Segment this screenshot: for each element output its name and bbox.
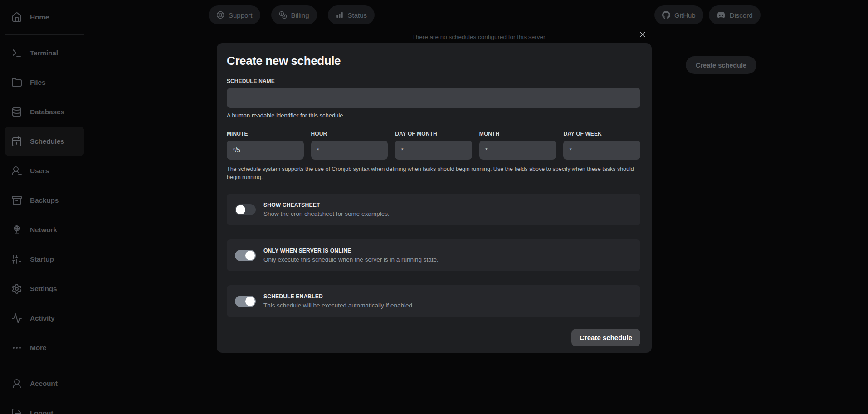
- sidebar-item-label: Databases: [30, 108, 64, 116]
- logout-icon: [11, 408, 22, 414]
- minute-label: MINUTE: [227, 131, 304, 137]
- sidebar-item-terminal[interactable]: Terminal: [5, 38, 84, 68]
- user-plus-icon: [11, 166, 22, 176]
- sidebar-item-label: Startup: [30, 255, 54, 263]
- cron-fields-row: MINUTE HOUR DAY OF MONTH MONTH DAY OF WE…: [227, 131, 640, 160]
- day-of-week-label: DAY OF WEEK: [563, 131, 640, 137]
- discord-label: Discord: [730, 11, 753, 19]
- modal-title: Create new schedule: [227, 54, 640, 68]
- minute-input[interactable]: [227, 141, 304, 160]
- sidebar-item-label: Network: [30, 226, 57, 234]
- status-label: Status: [348, 11, 367, 19]
- sidebar: Home Terminal Files Databases Sche: [0, 0, 89, 414]
- schedule-enabled-description: This schedule will be executed automatic…: [263, 302, 414, 309]
- sidebar-item-startup[interactable]: Startup: [5, 244, 84, 274]
- only-when-online-description: Only execute this schedule when the serv…: [263, 256, 439, 263]
- cron-field-day-of-month: DAY OF MONTH: [395, 131, 472, 160]
- sidebar-item-label: Terminal: [30, 49, 58, 57]
- sidebar-item-backups[interactable]: Backups: [5, 185, 84, 215]
- home-icon: [11, 12, 22, 23]
- discord-icon: [717, 11, 726, 19]
- sidebar-item-label: Account: [30, 380, 58, 388]
- bar-chart-icon: [336, 11, 344, 19]
- folder-icon: [11, 77, 22, 88]
- sidebar-item-label: Home: [30, 13, 49, 21]
- sidebar-item-settings[interactable]: Settings: [5, 274, 84, 303]
- schedule-name-label: SCHEDULE NAME: [227, 78, 640, 84]
- sidebar-divider: [5, 365, 84, 365]
- month-input[interactable]: [479, 141, 556, 160]
- app-window: Home Terminal Files Databases Sche: [0, 0, 868, 414]
- schedule-name-input[interactable]: [227, 88, 640, 108]
- discord-button[interactable]: Discord: [709, 5, 761, 24]
- empty-schedules-message: There are no schedules configured for th…: [317, 34, 641, 40]
- activity-icon: [11, 313, 22, 324]
- cron-field-day-of-week: DAY OF WEEK: [563, 131, 640, 160]
- database-icon: [11, 107, 22, 117]
- toggle-knob: [236, 205, 245, 214]
- support-button[interactable]: Support: [209, 5, 260, 24]
- terminal-icon: [11, 48, 22, 58]
- sidebar-item-label: Logout: [30, 409, 53, 414]
- billing-label: Billing: [291, 11, 309, 19]
- github-label: GitHub: [674, 11, 696, 19]
- show-cheatsheet-toggle[interactable]: [235, 204, 256, 215]
- sidebar-item-more[interactable]: More: [5, 333, 84, 362]
- sidebar-item-logout[interactable]: Logout: [5, 398, 84, 414]
- month-label: MONTH: [479, 131, 556, 137]
- schedule-enabled-toggle[interactable]: [235, 296, 256, 307]
- only-when-online-toggle[interactable]: [235, 250, 256, 261]
- gear-icon: [11, 283, 22, 294]
- sidebar-item-label: Settings: [30, 285, 57, 293]
- sidebar-item-label: Files: [30, 78, 45, 87]
- cron-field-month: MONTH: [479, 131, 556, 160]
- life-buoy-icon: [216, 11, 224, 19]
- show-cheatsheet-label: SHOW CHEATSHEET: [263, 202, 390, 208]
- close-icon[interactable]: [637, 29, 649, 40]
- only-when-online-label: ONLY WHEN SERVER IS ONLINE: [263, 248, 439, 254]
- hour-input[interactable]: [311, 141, 388, 160]
- archive-icon: [11, 195, 22, 206]
- sidebar-item-network[interactable]: Network: [5, 215, 84, 244]
- cron-help-text: The schedule system supports the use of …: [227, 166, 640, 181]
- sidebar-item-label: Activity: [30, 314, 54, 322]
- topbar-links: Support Billing Status: [209, 5, 375, 24]
- toggle-text: SCHEDULE ENABLED This schedule will be e…: [263, 293, 414, 309]
- globe-icon: [11, 224, 22, 235]
- sidebar-item-users[interactable]: Users: [5, 156, 84, 185]
- schedule-enabled-row: SCHEDULE ENABLED This schedule will be e…: [227, 285, 640, 317]
- modal-footer: Create schedule: [227, 329, 640, 346]
- hour-label: HOUR: [311, 131, 388, 137]
- day-of-month-input[interactable]: [395, 141, 472, 160]
- ellipsis-icon: [11, 342, 22, 353]
- user-icon: [11, 378, 22, 389]
- day-of-week-input[interactable]: [563, 141, 640, 160]
- toggle-knob: [245, 297, 255, 306]
- sidebar-item-label: Users: [30, 167, 49, 175]
- toggle-knob: [245, 251, 255, 260]
- sidebar-item-account[interactable]: Account: [5, 369, 84, 398]
- status-button[interactable]: Status: [328, 5, 375, 24]
- create-schedule-button[interactable]: Create schedule: [686, 56, 756, 74]
- sidebar-item-home[interactable]: Home: [5, 2, 84, 32]
- sidebar-item-databases[interactable]: Databases: [5, 97, 84, 127]
- sidebar-item-label: Backups: [30, 196, 59, 205]
- topbar-external-links: GitHub Discord: [654, 5, 761, 24]
- toggle-text: SHOW CHEATSHEET Show the cron cheatsheet…: [263, 202, 390, 217]
- coins-icon: [279, 11, 287, 19]
- support-label: Support: [229, 11, 253, 19]
- modal-create-schedule-button[interactable]: Create schedule: [571, 329, 640, 346]
- github-button[interactable]: GitHub: [654, 5, 703, 24]
- cron-field-hour: HOUR: [311, 131, 388, 160]
- github-icon: [662, 11, 670, 19]
- cron-field-minute: MINUTE: [227, 131, 304, 160]
- show-cheatsheet-row: SHOW CHEATSHEET Show the cron cheatsheet…: [227, 194, 640, 225]
- sidebar-item-files[interactable]: Files: [5, 68, 84, 97]
- schedule-name-help: A human readable identifier for this sch…: [227, 112, 640, 119]
- only-when-online-row: ONLY WHEN SERVER IS ONLINE Only execute …: [227, 239, 640, 271]
- sidebar-item-activity[interactable]: Activity: [5, 303, 84, 333]
- sidebar-item-schedules[interactable]: Schedules: [5, 127, 84, 156]
- sidebar-divider: [5, 34, 84, 35]
- billing-button[interactable]: Billing: [271, 5, 317, 24]
- sidebar-item-label: Schedules: [30, 137, 64, 146]
